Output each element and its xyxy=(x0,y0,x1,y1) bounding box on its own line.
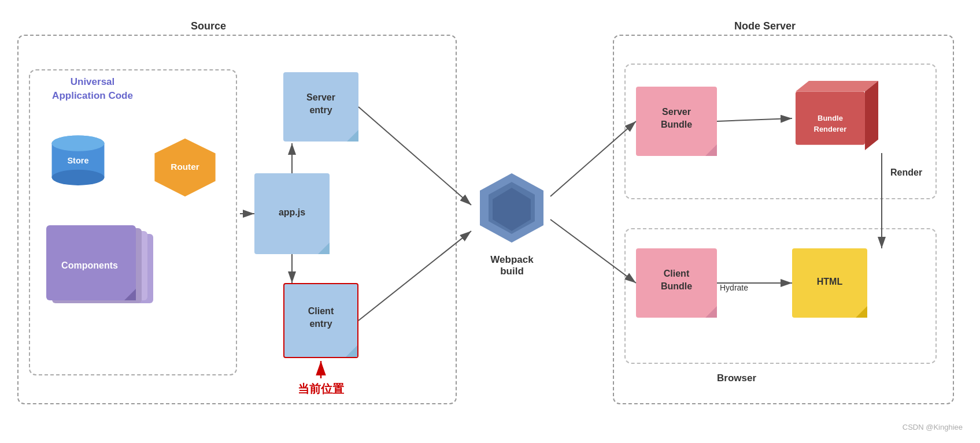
node-server-label: Node Server xyxy=(734,20,796,32)
universal-box xyxy=(29,69,237,375)
server-bundle-note: ServerBundle xyxy=(636,87,717,156)
svg-point-2 xyxy=(52,170,105,185)
hydrate-label: Hydrate xyxy=(720,283,748,292)
bundle-renderer-shape: Bundle Renderer xyxy=(792,81,882,150)
store-shape: Store xyxy=(46,133,110,191)
client-entry-note: Cliententry xyxy=(283,283,358,358)
browser-label: Browser xyxy=(717,373,756,384)
client-bundle-note: ClientBundle xyxy=(636,248,717,318)
appjs-label: app.js xyxy=(254,206,330,219)
appjs-note: app.js xyxy=(254,173,330,254)
svg-text:Renderer: Renderer xyxy=(814,125,847,133)
universal-label: UniversalApplication Code xyxy=(46,75,139,103)
components-shape: Components xyxy=(46,225,168,329)
server-entry-label: Serverentry xyxy=(283,91,358,117)
render-label: Render xyxy=(890,167,922,178)
router-shape: Router xyxy=(147,136,223,199)
current-pos-label: 当前位置 xyxy=(283,381,358,397)
client-entry-label: Cliententry xyxy=(284,305,357,331)
svg-text:Bundle: Bundle xyxy=(818,114,843,122)
webpack-label: Webpackbuild xyxy=(473,254,551,277)
server-entry-note: Serverentry xyxy=(283,72,358,142)
svg-marker-17 xyxy=(796,81,878,91)
server-bundle-label: ServerBundle xyxy=(636,106,717,132)
svg-text:Router: Router xyxy=(171,162,199,172)
svg-text:Store: Store xyxy=(67,156,88,165)
client-bundle-label: ClientBundle xyxy=(636,267,717,293)
svg-point-3 xyxy=(52,136,105,151)
csdn-watermark: CSDN @Kinghiee xyxy=(903,423,963,431)
diagram-container: Source UniversalApplication Code Store R… xyxy=(0,0,980,443)
svg-text:Components: Components xyxy=(61,260,118,270)
svg-marker-18 xyxy=(865,81,878,150)
source-label: Source xyxy=(191,20,226,32)
webpack-shape xyxy=(474,170,549,245)
html-note: HTML xyxy=(792,248,867,318)
html-label: HTML xyxy=(792,276,867,288)
